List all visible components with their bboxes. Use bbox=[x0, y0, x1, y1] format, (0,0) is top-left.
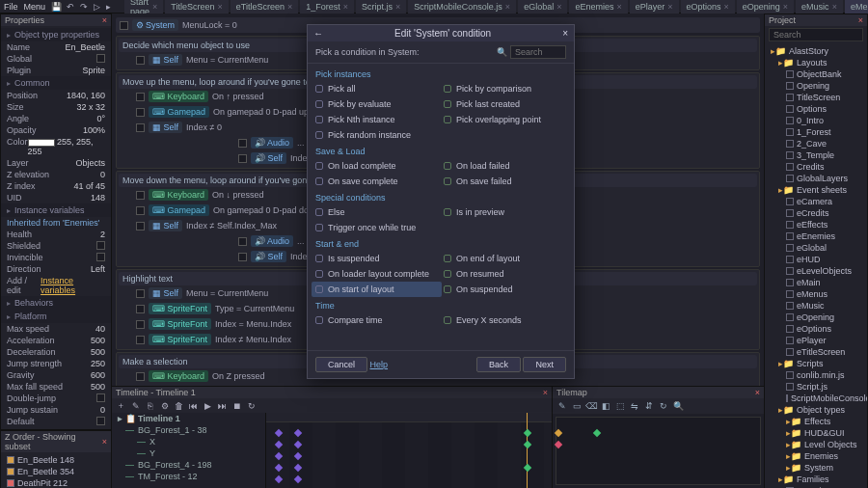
tree-folder[interactable]: ▸📁 Effects bbox=[784, 416, 863, 427]
event-condition[interactable]: ⌨ GamepadOn gamepad 0 Button A pressed bbox=[132, 384, 757, 386]
close-icon[interactable]: × bbox=[858, 15, 863, 25]
condition-option[interactable]: Every X seconds bbox=[444, 312, 566, 328]
prop-val[interactable]: 2 bbox=[100, 230, 105, 239]
tree-item[interactable]: TitleScreen bbox=[784, 92, 863, 103]
timeline-track[interactable]: — X bbox=[112, 436, 265, 447]
tree-item[interactable]: 0_Intro bbox=[784, 115, 863, 126]
condition-option[interactable]: On suspended bbox=[444, 282, 566, 297]
tree-item[interactable]: eMain bbox=[784, 277, 863, 288]
prop-val[interactable]: Left bbox=[91, 264, 105, 274]
condition-option[interactable]: Is suspended bbox=[315, 251, 438, 266]
next-icon[interactable]: ⏭ bbox=[217, 400, 228, 411]
tree-item[interactable]: 3_Temple bbox=[784, 149, 863, 161]
prop-val[interactable]: 32 x 32 bbox=[76, 102, 105, 112]
checkbox[interactable] bbox=[120, 21, 128, 30]
back-button[interactable]: Back bbox=[476, 357, 521, 372]
tree-item[interactable]: 2_Cave bbox=[784, 138, 863, 149]
tree-folder[interactable]: ▸📁 AlastStory bbox=[769, 45, 863, 57]
condition-option[interactable]: On resumed bbox=[444, 266, 566, 282]
timeline-root[interactable]: ▸ 📋 Timeline 1 bbox=[112, 413, 265, 424]
tree-item[interactable]: eHUD bbox=[784, 254, 863, 265]
tree-folder[interactable]: ▸📁 Layouts bbox=[776, 57, 863, 68]
condition-option[interactable]: Pick all bbox=[315, 81, 438, 96]
tree-item[interactable]: eCamera bbox=[784, 196, 863, 207]
condition-option[interactable]: Pick last created bbox=[444, 96, 566, 112]
condition-option[interactable]: On save complete bbox=[315, 174, 438, 189]
menu-dropdown[interactable]: Menu bbox=[24, 2, 46, 12]
prop-val[interactable]: Objects bbox=[75, 158, 105, 168]
fill-icon[interactable]: ◧ bbox=[600, 400, 611, 412]
tree-folder[interactable]: ▸📁 Families bbox=[776, 474, 863, 485]
menu-file[interactable]: File bbox=[4, 2, 18, 12]
link-icon[interactable]: ⎘ bbox=[145, 400, 155, 411]
tree-item[interactable]: ObjectBank bbox=[784, 68, 863, 80]
checkbox[interactable] bbox=[96, 393, 105, 402]
timeline-track[interactable]: — BG_Forest_1 - 38 bbox=[112, 424, 265, 436]
rotate-icon[interactable]: ↻ bbox=[658, 400, 669, 412]
trash-icon[interactable]: 🗑 bbox=[174, 400, 184, 411]
edit-icon[interactable]: ✎ bbox=[130, 400, 141, 411]
tree-folder[interactable]: ▸📁 Scripts bbox=[776, 358, 863, 369]
tree-item[interactable]: ScriptMobileConsole.js bbox=[784, 393, 863, 404]
tree-item[interactable]: Options bbox=[784, 103, 863, 115]
close-icon[interactable]: × bbox=[102, 15, 107, 25]
loop-icon[interactable]: ↻ bbox=[246, 400, 257, 411]
section-object-type[interactable]: Object type properties bbox=[1, 28, 111, 41]
tree-item[interactable]: ePlayer bbox=[784, 335, 863, 346]
timeline-keys[interactable] bbox=[266, 413, 552, 488]
tree-item[interactable]: GlobalLayers bbox=[784, 173, 863, 184]
prev-icon[interactable]: ⏮ bbox=[188, 400, 199, 411]
condition-option[interactable]: Pick by comparison bbox=[444, 81, 566, 96]
checkbox[interactable] bbox=[96, 54, 105, 63]
prop-val[interactable]: 600 bbox=[91, 370, 105, 380]
back-arrow-icon[interactable]: ← bbox=[313, 28, 323, 39]
tree-folder[interactable]: ▸📁 Event sheets bbox=[776, 184, 863, 196]
system-pill[interactable]: ⚙ System bbox=[132, 19, 178, 31]
next-button[interactable]: Next bbox=[523, 357, 566, 372]
instance-vars-link[interactable]: Instance variables bbox=[41, 276, 105, 295]
section-platform[interactable]: Platform bbox=[1, 310, 111, 323]
close-icon[interactable]: × bbox=[562, 28, 568, 39]
tree-item[interactable]: conlib.min.js bbox=[784, 369, 863, 381]
condition-option[interactable]: Pick overlapping point bbox=[444, 112, 566, 127]
tree-item[interactable]: Script.js bbox=[784, 381, 863, 393]
flip-v-icon[interactable]: ⇵ bbox=[643, 400, 655, 412]
tree-folder[interactable]: ▸📁 Enemies bbox=[784, 450, 863, 462]
prop-val[interactable]: 0 bbox=[100, 405, 105, 415]
condition-option[interactable]: Trigger once while true bbox=[315, 220, 438, 235]
prop-val[interactable]: 500 bbox=[91, 382, 105, 392]
tree-folder[interactable]: ▸📁 HUD&GUI bbox=[784, 427, 863, 439]
cond-text[interactable]: MenuLock = 0 bbox=[182, 20, 237, 30]
close-icon[interactable]: × bbox=[755, 388, 760, 397]
redo-icon[interactable]: ↷ bbox=[80, 2, 88, 12]
tree-item[interactable]: eMenus bbox=[784, 288, 863, 300]
condition-option[interactable]: Else bbox=[315, 204, 438, 220]
condition-option[interactable]: Pick random instance bbox=[315, 127, 438, 143]
timeline-track[interactable]: — TM_Forest - 12 bbox=[112, 471, 265, 482]
section-instvar[interactable]: Instance variables bbox=[1, 203, 111, 217]
section-common[interactable]: Common bbox=[1, 76, 111, 90]
prop-val[interactable]: 100% bbox=[83, 125, 105, 135]
zorder-item[interactable]: DeathPit 212 bbox=[5, 477, 107, 488]
tree-item[interactable]: eOptions bbox=[784, 323, 863, 335]
prop-val[interactable]: 1840, 160 bbox=[67, 91, 105, 100]
cancel-button[interactable]: Cancel bbox=[315, 357, 367, 372]
stop-icon[interactable]: ⏹ bbox=[231, 400, 242, 411]
prop-val[interactable]: 255, 255, 255 bbox=[28, 137, 105, 156]
condition-option[interactable]: On loader layout complete bbox=[315, 266, 438, 282]
checkbox[interactable] bbox=[96, 253, 105, 261]
tree-item[interactable]: eMusic bbox=[784, 300, 863, 312]
zorder-item[interactable]: En_Beetle 354 bbox=[5, 466, 107, 477]
tree-folder[interactable]: ▸📁 Level Objects bbox=[784, 439, 863, 450]
prop-val[interactable]: 0° bbox=[96, 114, 105, 123]
flip-h-icon[interactable]: ⇋ bbox=[629, 400, 640, 412]
play-icon[interactable]: ▶ bbox=[203, 400, 213, 411]
tree-item[interactable]: eOpening bbox=[784, 312, 863, 323]
timeline-track[interactable]: — Y bbox=[112, 447, 265, 459]
help-link[interactable]: Help bbox=[370, 360, 389, 369]
condition-option[interactable]: On start of layout bbox=[312, 282, 442, 297]
undo-icon[interactable]: ↶ bbox=[67, 2, 74, 12]
tree-folder[interactable]: ▸📁 Object types bbox=[776, 404, 863, 416]
checkbox[interactable] bbox=[96, 241, 105, 250]
prop-val[interactable]: En_Beetle bbox=[65, 42, 105, 52]
